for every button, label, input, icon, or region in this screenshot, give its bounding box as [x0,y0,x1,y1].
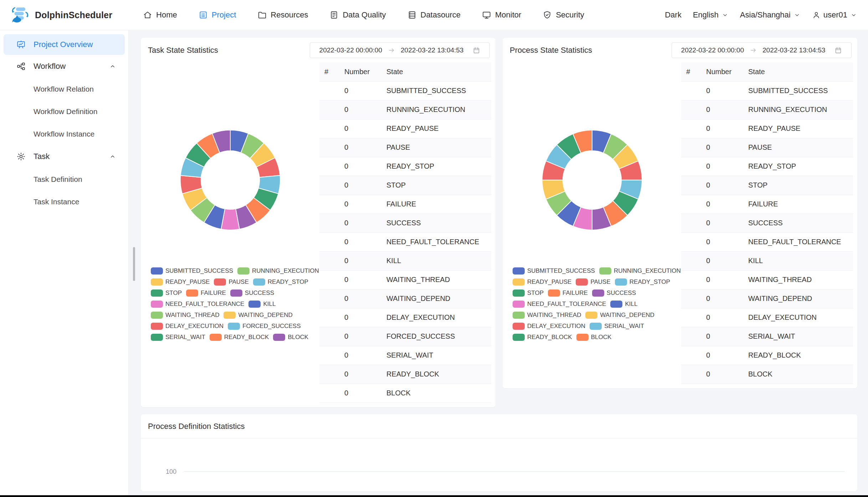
legend-item-ready-pause[interactable]: READY_PAUSE [151,278,210,286]
monitor-icon [482,10,491,20]
nav-item-label: Resources [271,10,308,20]
nav-item-label: Home [156,10,177,20]
legend-item-failure[interactable]: FAILURE [186,290,226,297]
sidebar-scrollbar[interactable] [133,247,135,281]
legend-item-running-execution[interactable]: RUNNING_EXECUTION [599,267,681,275]
legend-row: DELAY_EXECUTIONSERIAL_WAIT [513,323,681,330]
legend-item-ready-block[interactable]: READY_BLOCK [210,334,269,341]
legend-swatch [253,278,265,286]
legend-item-ready-pause[interactable]: READY_PAUSE [513,278,571,286]
row-index-cell [319,384,339,403]
nav-item-data-quality[interactable]: Data Quality [329,10,386,20]
legend-label: READY_STOP [268,278,308,286]
legend-row: NEED_FAULT_TOLERANCEKILL [513,301,681,308]
legend-item-block[interactable]: BLOCK [576,334,612,341]
card-title: Task State Statistics [148,46,218,55]
legend-label: PAUSE [590,278,610,286]
row-index-cell [319,270,339,289]
legend-item-delay-execution[interactable]: DELAY_EXECUTION [151,323,224,330]
theme-toggle[interactable]: Dark [665,10,681,20]
state-cell: WAITING_THREAD [743,270,853,289]
legend-item-submitted-success[interactable]: SUBMITTED_SUCCESS [151,267,233,275]
legend-item-waiting-thread[interactable]: WAITING_THREAD [151,312,219,319]
number-cell: 0 [339,195,381,214]
legend-label: KILL [625,301,637,308]
brand[interactable]: DolphinScheduler [11,7,112,23]
legend-item-kill[interactable]: KILL [248,301,276,308]
state-cell: KILL [743,251,853,270]
legend-item-waiting-depend[interactable]: WAITING_DEPEND [585,312,654,319]
legend-item-pause[interactable]: PAUSE [214,278,248,286]
row-index-cell [681,195,701,214]
row-index-cell [319,327,339,346]
table-row: 0KILL [319,251,491,270]
nav-item-datasource[interactable]: Datasource [407,10,461,20]
sidebar-item-workflow-definition[interactable]: Workflow Definition [0,100,128,123]
timezone-select[interactable]: Asia/Shanghai [740,10,801,20]
legend-item-forced-success[interactable]: FORCED_SUCCESS [228,323,301,330]
state-cell: FAILURE [381,195,491,214]
language-select[interactable]: English [693,10,729,20]
user-menu[interactable]: user01 [812,10,857,20]
legend-swatch [210,334,222,341]
legend-item-ready-stop[interactable]: READY_STOP [253,278,308,286]
nav-item-security[interactable]: Security [543,10,584,20]
table-row: 0RUNNING_EXECUTION [681,100,853,119]
legend-item-stop[interactable]: STOP [151,290,182,297]
sidebar-item-task[interactable]: Task [4,146,125,167]
column-header-: # [319,62,339,81]
legend-item-serial-wait[interactable]: SERIAL_WAIT [590,323,644,330]
table-row: 0READY_PAUSE [681,119,853,138]
legend-item-stop[interactable]: STOP [513,290,544,297]
legend-item-running-execution[interactable]: RUNNING_EXECUTION [237,267,319,275]
process-state-donut-chart[interactable] [540,128,644,232]
date-range-picker[interactable]: 2022-03-22 00:00:00 2022-03-22 13:04:53 [310,42,490,58]
number-cell: 0 [701,308,743,327]
state-cell: PAUSE [743,138,853,157]
process-definition-chart[interactable]: 100 [141,439,857,489]
date-range-picker[interactable]: 2022-03-22 00:00:00 2022-03-22 13:04:53 [672,42,852,58]
state-cell: RUNNING_EXECUTION [743,100,853,119]
row-index-cell [681,251,701,270]
sidebar: Project OverviewWorkflowWorkflow Relatio… [0,30,129,497]
legend-label: SERIAL_WAIT [604,323,644,330]
legend-item-success[interactable]: SUCCESS [592,290,636,297]
y-axis-tick-label: 100 [161,468,176,476]
nav-item-home[interactable]: Home [143,10,177,20]
legend-item-submitted-success[interactable]: SUBMITTED_SUCCESS [513,267,595,275]
sidebar-item-project-overview[interactable]: Project Overview [4,34,125,55]
legend-row: SUBMITTED_SUCCESSRUNNING_EXECUTION [513,267,681,275]
nav-item-monitor[interactable]: Monitor [482,10,521,20]
legend-item-waiting-thread[interactable]: WAITING_THREAD [513,312,581,319]
sidebar-item-task-definition[interactable]: Task Definition [0,168,128,190]
legend-item-ready-block[interactable]: READY_BLOCK [513,334,572,341]
legend-item-ready-stop[interactable]: READY_STOP [615,278,670,286]
legend-item-block[interactable]: BLOCK [273,334,308,341]
legend-item-failure[interactable]: FAILURE [548,290,588,297]
sidebar-item-workflow-relation[interactable]: Workflow Relation [0,78,128,100]
date-end: 2022-03-22 13:04:53 [762,46,825,54]
legend-label: READY_PAUSE [165,278,210,286]
row-index-cell [681,81,701,100]
nav-item-project[interactable]: Project [199,10,236,20]
table-row: 0SERIAL_WAIT [681,327,853,346]
task-state-donut-chart[interactable] [179,128,282,232]
column-header-number: Number [339,62,381,81]
legend-item-kill[interactable]: KILL [610,301,637,308]
legend-item-need-fault-tolerance[interactable]: NEED_FAULT_TOLERANCE [513,301,606,308]
row-index-cell [319,81,339,100]
nav-item-label: Data Quality [343,10,386,20]
sidebar-item-workflow-instance[interactable]: Workflow Instance [0,123,128,145]
sidebar-item-workflow[interactable]: Workflow [4,56,125,77]
legend-item-waiting-depend[interactable]: WAITING_DEPEND [224,312,292,319]
legend-item-pause[interactable]: PAUSE [576,278,610,286]
legend-item-serial-wait[interactable]: SERIAL_WAIT [151,334,205,341]
row-index-cell [319,119,339,138]
legend-item-success[interactable]: SUCCESS [230,290,274,297]
sidebar-item-task-instance[interactable]: Task Instance [0,190,128,213]
legend-swatch [151,290,163,297]
nav-item-resources[interactable]: Resources [257,10,308,20]
legend-item-need-fault-tolerance[interactable]: NEED_FAULT_TOLERANCE [151,301,244,308]
legend-swatch [151,334,163,341]
legend-item-delay-execution[interactable]: DELAY_EXECUTION [513,323,585,330]
